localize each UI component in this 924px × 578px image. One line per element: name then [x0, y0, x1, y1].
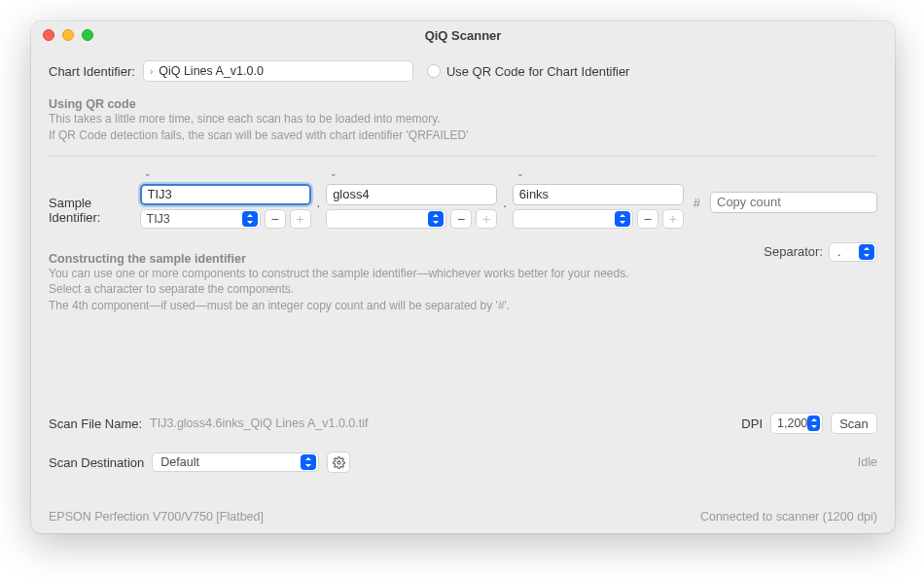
qr-info-line2: If QR Code detection fails, the scan wil…: [49, 127, 877, 144]
content-area: Chart Identifier: › QiQ Lines A_v1.0.0 U…: [31, 49, 895, 533]
dpi-value: 1,200: [777, 416, 807, 430]
separator-dot-2: .: [503, 168, 507, 210]
checkbox-box-icon: [427, 64, 441, 78]
updown-icon: [301, 454, 316, 470]
destination-label: Scan Destination: [49, 455, 144, 470]
scan-file-value: TIJ3.gloss4.6inks_QiQ Lines A_v1.0.0.tif: [150, 416, 368, 430]
footer: EPSON Perfection V700/V750 [Flatbed] Con…: [49, 510, 877, 524]
components-wrap: ⌄ TIJ3 − + . ⌄: [140, 168, 877, 229]
svg-point-0: [338, 460, 340, 463]
sample-text-3[interactable]: [513, 184, 684, 205]
scan-button[interactable]: Scan: [831, 413, 877, 434]
construct-line1: You can use one or more components to co…: [49, 266, 629, 282]
chart-identifier-label: Chart Identifier:: [49, 64, 135, 79]
minus-button-1[interactable]: −: [265, 209, 286, 229]
close-icon[interactable]: [43, 29, 54, 41]
construct-row: Constructing the sample identifier You c…: [49, 242, 877, 314]
status-text: Idle: [858, 455, 877, 469]
use-qr-label: Use QR Code for Chart Identifier: [446, 64, 630, 79]
sample-identifier-row: Sample Identifier: ⌄ TIJ3 − + .: [49, 168, 877, 229]
zoom-icon[interactable]: [82, 29, 93, 41]
titlebar: QiQ Scanner: [31, 21, 895, 49]
sample-select-1[interactable]: TIJ3: [140, 209, 261, 229]
sample-identifier-label: Sample Identifier:: [49, 168, 140, 225]
updown-icon: [859, 244, 874, 260]
separator-dot-1: .: [317, 168, 321, 210]
chevron-down-icon[interactable]: ⌄: [140, 168, 311, 180]
destination-select[interactable]: Default: [152, 452, 319, 472]
plus-button-3[interactable]: +: [662, 209, 684, 229]
construct-info: Constructing the sample identifier You c…: [49, 242, 629, 314]
chevron-down-icon[interactable]: ⌄: [326, 168, 497, 180]
destination-settings-button[interactable]: [327, 452, 350, 473]
divider: [49, 156, 877, 157]
dpi-label: DPI: [741, 416, 763, 431]
dpi-select[interactable]: 1,200: [770, 413, 823, 434]
plus-button-2[interactable]: +: [476, 209, 497, 229]
qr-info-title: Using QR code: [49, 97, 877, 111]
plus-button-1[interactable]: +: [290, 209, 311, 229]
copy-count-input[interactable]: [710, 192, 877, 213]
use-qr-checkbox[interactable]: Use QR Code for Chart Identifier: [427, 64, 630, 79]
minus-button-2[interactable]: −: [450, 209, 472, 229]
sample-component-3: ⌄ − +: [513, 168, 684, 229]
scan-file-row: Scan File Name: TIJ3.gloss4.6inks_QiQ Li…: [49, 413, 877, 434]
construct-title: Constructing the sample identifier: [49, 252, 629, 266]
updown-icon: [428, 211, 444, 227]
minus-button-3[interactable]: −: [637, 209, 658, 229]
chart-identifier-row: Chart Identifier: › QiQ Lines A_v1.0.0 U…: [49, 60, 877, 82]
updown-icon: [242, 211, 258, 227]
chart-identifier-value: QiQ Lines A_v1.0.0: [159, 64, 264, 78]
window-title: QiQ Scanner: [425, 28, 502, 43]
copy-count-field: [710, 192, 877, 213]
sample-text-1[interactable]: [140, 184, 311, 205]
scan-file-label: Scan File Name:: [49, 416, 142, 431]
chart-identifier-dropdown[interactable]: › QiQ Lines A_v1.0.0: [143, 60, 413, 82]
window-controls: [43, 29, 93, 41]
sample-component-2: ⌄ − +: [326, 168, 497, 229]
device-name: EPSON Perfection V700/V750 [Flatbed]: [49, 510, 264, 524]
chevron-right-icon: ›: [150, 66, 153, 77]
qr-info-line1: This takes a little more time, since eac…: [49, 111, 877, 127]
destination-value: Default: [160, 455, 199, 469]
sample-select-1-value: TIJ3: [147, 212, 170, 226]
connection-status: Connected to scanner (1200 dpi): [700, 510, 877, 524]
gear-icon: [333, 456, 345, 469]
sample-text-2[interactable]: [326, 184, 497, 205]
separator-label: Separator:: [764, 244, 823, 259]
chevron-down-icon[interactable]: ⌄: [513, 168, 684, 180]
sample-select-2[interactable]: [326, 209, 446, 229]
construct-line2: Select a character to separate the compo…: [49, 281, 629, 298]
minimize-icon[interactable]: [62, 29, 74, 41]
sample-component-1: ⌄ TIJ3 − +: [140, 168, 311, 229]
separator-picker: Separator: .: [764, 242, 877, 262]
updown-icon: [615, 211, 630, 227]
hash-separator: #: [693, 168, 700, 210]
destination-row: Scan Destination Default Idle: [49, 452, 877, 473]
separator-value: .: [837, 244, 841, 259]
sample-select-3[interactable]: [513, 209, 633, 229]
construct-line3: The 4th component—if used—must be an int…: [49, 298, 629, 314]
updown-icon: [807, 415, 820, 431]
separator-select[interactable]: .: [829, 242, 877, 262]
main-window: QiQ Scanner Chart Identifier: › QiQ Line…: [31, 21, 895, 533]
